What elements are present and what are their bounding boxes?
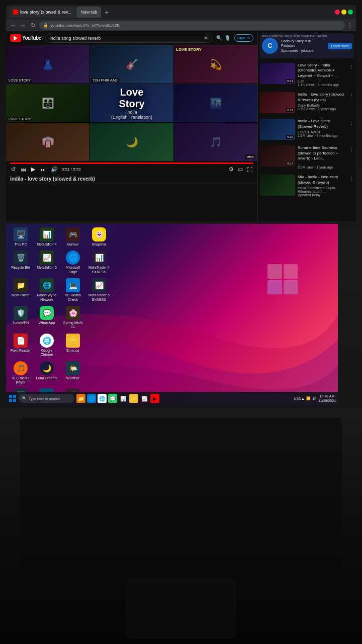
rec-info-1: Love Story - Indila (Orchestra Version +… [298, 63, 346, 87]
taskbar-icon-1[interactable]: 📁 [76, 394, 85, 403]
ad-cta-button[interactable]: Learn more [328, 43, 352, 49]
icon-row-3: 📁 New Folder 🌐 Gross Wynd Network 💻 PC H… [8, 277, 112, 303]
back-button[interactable]: ← [9, 22, 17, 29]
settings-button[interactable]: ⚙ [228, 166, 235, 173]
rec-item-4[interactable]: 8:27 Summertime Sadness (slowed to perfe… [260, 144, 354, 171]
window-max-btn[interactable] [348, 10, 353, 15]
youtube-sidebar[interactable]: WIN A SPECIAL PACK FOR YOUR DAUGHTER C C… [257, 31, 356, 221]
desktop-icon-games[interactable]: 🎮 Games [60, 226, 85, 248]
taskbar-date: 11/29/2024 [318, 398, 336, 403]
youtube-logo[interactable]: YouTube [10, 34, 41, 42]
taskbar-icon-edge[interactable]: 🌐 [87, 394, 96, 403]
desktop-icon-grosswynd[interactable]: 🌐 Gross Wynd Network [34, 277, 59, 303]
rec-meta-4: 6.5M view · 1 year ago [298, 166, 346, 169]
video-player[interactable]: 👗 LOVE STORY 🎸 TOH PHIR AAO LOVE STORY 💫 [6, 45, 257, 161]
browser-menu-button[interactable]: ⋮ [347, 22, 353, 29]
fullscreen-button[interactable]: ⛶ [246, 167, 253, 173]
next-button[interactable]: ⏭ [39, 167, 47, 173]
reload-button[interactable]: ↻ [29, 22, 37, 29]
rec-item-2[interactable]: 8:11 Indila - love story | slowed & reve… [260, 91, 354, 115]
ad-sponsor: Cadbury Dairy Milk Pakistan [281, 39, 325, 48]
video-cell-1: 👗 LOVE STORY [6, 45, 89, 84]
cell-6-figure: 🌃 [174, 84, 257, 122]
window-close-btn[interactable] [335, 10, 340, 15]
desktop-icon-this-pc[interactable]: 🖥️ This PC [8, 226, 33, 248]
taskbar-search[interactable]: 🔍 Type here to search [19, 394, 74, 403]
desktop-icon-mt4[interactable]: 📊 MetaTrader 4 EXNESS [86, 249, 112, 276]
desktop-icon-spring[interactable]: 🌸 Spring Misfit 11 [60, 304, 85, 331]
taskbar-icon-3[interactable]: 📈 [140, 394, 149, 403]
ad-text: Cadbury Dairy Milk Pakistan Sponsored · … [281, 39, 325, 52]
desktop-icon-turbovpn[interactable]: 🛡️ TurboVPN [8, 304, 33, 331]
desktop-icon-mt5[interactable]: 📈 MetaTrader 5 EXNESS [86, 277, 112, 303]
taskbar-icon-binance[interactable]: 🪙 [129, 394, 138, 403]
desktop-icon-metaeditor5[interactable]: 📈 MetaEditor 5 [34, 249, 59, 276]
taskbar-icon-yt[interactable]: ▶ [150, 394, 159, 403]
windows-logo[interactable] [267, 264, 298, 294]
svg-rect-0 [9, 395, 12, 398]
love-story-overlay: Love Story Indila(English Translation) [111, 87, 153, 120]
current-time: 5:51 [62, 167, 70, 172]
desktop-icon-luna[interactable]: 🌙 Luna Chrome [34, 360, 59, 386]
mic-icon[interactable]: 🎙️ [224, 35, 230, 41]
rec-channel-3: LOVE HAVEN [298, 130, 346, 134]
win-quad-br [284, 280, 298, 295]
prev-button[interactable]: ⏮ [20, 167, 27, 173]
video-cell-7: 👘 [6, 123, 89, 161]
laptop-body [0, 408, 362, 644]
rec-duration-3: 6:26 [286, 135, 294, 139]
yoyo-logo: vevo [245, 154, 255, 159]
rec-more-1[interactable]: ⋮ [349, 64, 354, 69]
rec-item-1[interactable]: 8:11 Love Story - Indila (Orchestra Vers… [260, 61, 354, 88]
taskbar-icon-chrome[interactable]: 🌐 [98, 394, 107, 403]
rec-more-3[interactable]: ⋮ [349, 120, 354, 125]
taskbar-search-label: Type here to search [29, 397, 60, 400]
cell-7-figure: 👘 [6, 123, 89, 161]
taskbar-start-button[interactable] [8, 394, 17, 403]
volume-button[interactable]: 🔊 [50, 166, 59, 173]
tab-active[interactable]: love story (slowed & rev... [9, 7, 75, 18]
progress-bar[interactable] [10, 163, 253, 164]
rec-info-4: Summertime Sadness (slowed to perfection… [298, 145, 346, 169]
trackpad[interactable] [126, 579, 236, 639]
window-min-btn[interactable] [341, 10, 346, 15]
desktop-icon-snapchat[interactable]: 👻 Snapchat [86, 226, 112, 248]
rec-meta-2: 9.5K views · 2 years ago [298, 107, 346, 111]
rec-duration-2: 8:11 [286, 108, 294, 112]
windows-logo-grid [267, 264, 298, 294]
theater-button[interactable]: ▭ [237, 166, 244, 173]
new-tab-button[interactable]: + [102, 8, 111, 17]
taskbar-icon-wa[interactable]: 💬 [108, 394, 117, 403]
desktop-icon-weather[interactable]: 🌤️ Weather [60, 360, 85, 386]
desktop-icon-foxit[interactable]: 📄 Foxit Reader [8, 332, 33, 359]
youtube-search-bar[interactable]: indila song slowed reverb ✕ [45, 34, 212, 43]
rec-more-4[interactable]: ⋮ [349, 146, 354, 152]
rec-item-3[interactable]: 6:26 Indila - Love Story (Slowed-Reverb)… [260, 117, 354, 141]
taskbar-icon-2[interactable]: 📊 [119, 394, 128, 403]
desktop-icon-edge[interactable]: 🌐 Microsoft Edge [60, 249, 85, 276]
desktop-icon-pchealth[interactable]: 💻 PC Health Check [60, 277, 85, 303]
desktop-icon-metaeditor4[interactable]: 📊 MetaEditor 4 [34, 226, 59, 248]
cell-4-label: LOVE STORY [7, 117, 32, 121]
search-icon-taskbar: 🔍 [22, 396, 27, 400]
youtube-sign-in-button[interactable]: Sign in [234, 34, 253, 42]
replay-button[interactable]: ↺ [10, 166, 17, 173]
desktop-icon-recycle[interactable]: 🗑️ Recycle Bin [8, 249, 33, 276]
mt5-label: MetaTrader 5 EXNESS [87, 293, 111, 302]
desktop-icon-binance[interactable]: 🪙 Binance [60, 332, 85, 359]
search-icon[interactable]: 🔍 [216, 35, 222, 41]
play-pause-button[interactable]: ▶ [30, 166, 36, 173]
rec-more-2[interactable]: ⋮ [349, 93, 354, 99]
rec-item-5[interactable]: Mia - Indila - love story (slowed & reve… [260, 173, 354, 198]
forward-button[interactable]: → [19, 22, 27, 29]
tab-newtab[interactable]: New tab [76, 7, 101, 18]
desktop-icon-vlc[interactable]: 🎵 VLC media player [8, 360, 33, 386]
rec-more-5[interactable]: ⋮ [349, 176, 354, 181]
taskbar-sys: USD▲ 📶 🔊 10:48 AM 11/29/2024 [294, 394, 336, 403]
url-text: youtube.com/watch?v=x67bmm9LNZE [50, 23, 120, 28]
search-clear-icon[interactable]: ✕ [204, 35, 208, 41]
address-box[interactable]: 🔒 youtube.com/watch?v=x67bmm9LNZE [39, 21, 345, 30]
desktop-icon-chrome[interactable]: 🌐 Google Chrome [34, 332, 59, 359]
desktop-icon-newfolder[interactable]: 📁 New Folder [8, 277, 33, 303]
desktop-icon-whatsapp[interactable]: 💬 WhatsApp [34, 304, 59, 331]
